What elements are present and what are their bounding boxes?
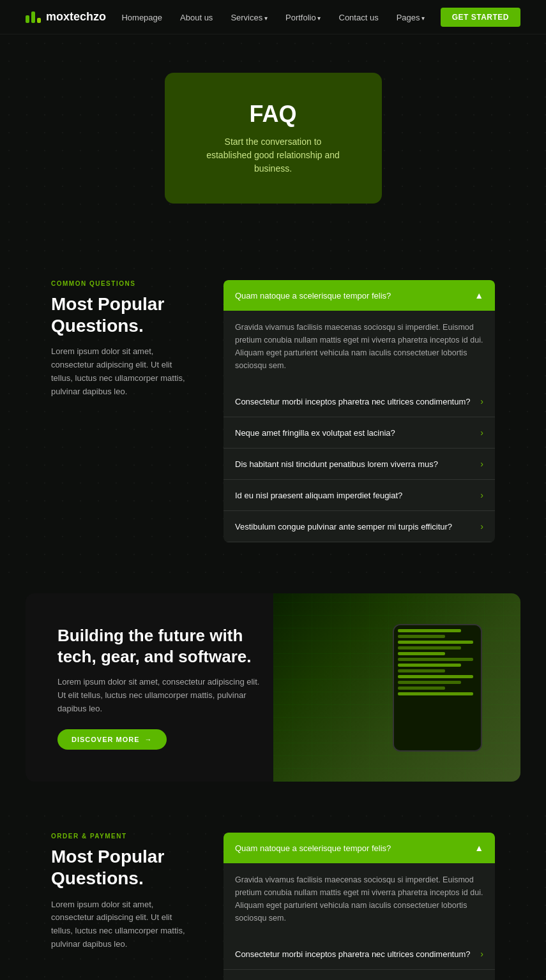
nav-services[interactable]: Services xyxy=(231,13,268,22)
phone-mockup xyxy=(393,624,482,752)
faq1-description: Lorem ipsum dolor sit amet, consectetur … xyxy=(51,345,192,398)
faq-section-1: COMMON QUESTIONS Most Popular Questions.… xyxy=(0,242,546,581)
faq1-left-panel: COMMON QUESTIONS Most Popular Questions.… xyxy=(51,280,192,398)
chevron-right-icon: › xyxy=(480,521,483,531)
faq2-question-0[interactable]: Quam natoque a scelerisque tempor felis?… xyxy=(224,833,495,863)
get-started-button[interactable]: GET STARTED xyxy=(441,8,520,27)
faq1-item-0[interactable]: Quam natoque a scelerisque tempor felis?… xyxy=(224,280,495,382)
logo-text: moxtechzo xyxy=(46,10,106,24)
cta-content: Building the future with tech, gear, and… xyxy=(26,593,294,782)
hero-banner: FAQ Start the conversation to establishe… xyxy=(0,34,546,242)
discover-more-button[interactable]: DISCOVER MORE xyxy=(57,729,167,750)
chevron-up-icon: ▲ xyxy=(474,290,483,301)
faq1-item-5[interactable]: Vestibulum congue pulvinar ante semper m… xyxy=(224,511,495,542)
faq-section-2: ORDER & PAYMENT Most Popular Questions. … xyxy=(0,807,546,980)
faq2-description: Lorem ipsum dolor sit amet, consectetur … xyxy=(51,898,192,951)
faq1-accordion: Quam natoque a scelerisque tempor felis?… xyxy=(224,280,495,542)
faq2-heading: Most Popular Questions. xyxy=(51,846,192,889)
faq1-question-2[interactable]: Neque amet fringilla ex volutpat est lac… xyxy=(224,417,495,448)
faq2-question-1[interactable]: Consectetur morbi inceptos pharetra nec … xyxy=(224,939,495,969)
faq1-question-3[interactable]: Dis habitant nisl tincidunt penatibus lo… xyxy=(224,449,495,479)
nav-pages[interactable]: Pages xyxy=(397,13,425,22)
faq1-question-1[interactable]: Consectetur morbi inceptos pharetra nec … xyxy=(224,386,495,417)
faq1-tag: COMMON QUESTIONS xyxy=(51,280,192,287)
cta-banner: Building the future with tech, gear, and… xyxy=(26,593,520,782)
hero-subtitle: Start the conversation to established go… xyxy=(203,135,344,175)
chevron-right-icon: › xyxy=(480,949,483,959)
faq1-question-4[interactable]: Id eu nisl praesent aliquam imperdiet fe… xyxy=(224,480,495,510)
faq1-item-4[interactable]: Id eu nisl praesent aliquam imperdiet fe… xyxy=(224,480,495,511)
faq1-heading: Most Popular Questions. xyxy=(51,293,192,336)
nav-about[interactable]: About us xyxy=(180,13,213,22)
faq1-item-3[interactable]: Dis habitant nisl tincidunt penatibus lo… xyxy=(224,449,495,480)
faq2-tag: ORDER & PAYMENT xyxy=(51,833,192,840)
faq2-question-2[interactable]: Neque amet fringilla ex volutpat est lac… xyxy=(224,970,495,980)
faq1-question-0[interactable]: Quam natoque a scelerisque tempor felis?… xyxy=(224,280,495,311)
nav-links: Homepage About us Services Portfolio Con… xyxy=(121,12,425,22)
faq1-item-1[interactable]: Consectetur morbi inceptos pharetra nec … xyxy=(224,386,495,417)
cta-heading: Building the future with tech, gear, and… xyxy=(57,625,262,667)
logo-icon xyxy=(26,11,41,23)
faq2-item-1[interactable]: Consectetur morbi inceptos pharetra nec … xyxy=(224,939,495,970)
faq1-answer-0: Gravida vivamus facilisis maecenas socio… xyxy=(224,311,495,382)
chevron-right-icon: › xyxy=(480,427,483,438)
chevron-right-icon: › xyxy=(480,459,483,469)
hero-card: FAQ Start the conversation to establishe… xyxy=(165,73,382,204)
cta-section: Building the future with tech, gear, and… xyxy=(0,581,546,807)
faq2-item-0[interactable]: Quam natoque a scelerisque tempor felis?… xyxy=(224,833,495,935)
faq2-item-2[interactable]: Neque amet fringilla ex volutpat est lac… xyxy=(224,970,495,980)
hero-title: FAQ xyxy=(203,101,344,128)
cta-overlay xyxy=(273,593,521,782)
faq1-question-5[interactable]: Vestibulum congue pulvinar ante semper m… xyxy=(224,511,495,542)
main-nav: moxtechzo Homepage About us Services Por… xyxy=(0,0,546,34)
nav-portfolio[interactable]: Portfolio xyxy=(285,13,321,22)
cta-description: Lorem ipsum dolor sit amet, consectetur … xyxy=(57,676,262,715)
faq2-accordion: Quam natoque a scelerisque tempor felis?… xyxy=(224,833,495,980)
cta-image xyxy=(273,593,521,782)
chevron-right-icon: › xyxy=(480,490,483,500)
chevron-up-icon: ▲ xyxy=(474,843,483,853)
nav-homepage[interactable]: Homepage xyxy=(121,13,162,22)
phone-screen xyxy=(394,625,481,750)
faq2-left-panel: ORDER & PAYMENT Most Popular Questions. … xyxy=(51,833,192,951)
faq2-answer-0: Gravida vivamus facilisis maecenas socio… xyxy=(224,863,495,935)
logo[interactable]: moxtechzo xyxy=(26,10,106,24)
nav-contact[interactable]: Contact us xyxy=(339,13,379,22)
faq1-item-2[interactable]: Neque amet fringilla ex volutpat est lac… xyxy=(224,417,495,449)
chevron-right-icon: › xyxy=(480,396,483,406)
